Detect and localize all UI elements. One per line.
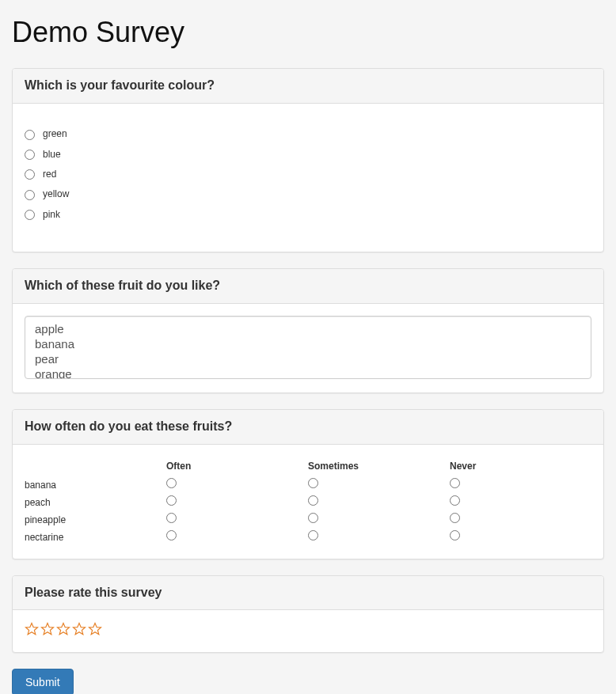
- matrix-cell: [450, 476, 591, 494]
- table-row: nectarine: [25, 529, 591, 546]
- matrix-radio-input[interactable]: [308, 530, 318, 540]
- radio-input[interactable]: [25, 150, 35, 160]
- matrix-cell: [450, 529, 591, 546]
- question-heading-2: Which of these fruit do you like?: [13, 269, 603, 304]
- matrix-radio-input[interactable]: [308, 513, 318, 523]
- svg-marker-3: [74, 624, 86, 635]
- star-icon[interactable]: [25, 622, 39, 640]
- radio-item: red: [25, 168, 591, 181]
- matrix-radio-input[interactable]: [166, 530, 177, 540]
- question-body-3: OftenSometimesNever bananapeachpineapple…: [13, 445, 603, 559]
- question-title-4: Please rate this survey: [25, 584, 591, 602]
- radio-input[interactable]: [25, 190, 35, 200]
- star-icon[interactable]: [40, 622, 55, 640]
- matrix-cell: [166, 494, 308, 511]
- matrix-radio-input[interactable]: [450, 495, 460, 506]
- svg-marker-2: [58, 624, 70, 635]
- question-body-2: applebananapearorangestrawberry: [13, 304, 603, 393]
- matrix-column-header: Often: [166, 457, 308, 476]
- matrix-radio-input[interactable]: [308, 495, 318, 506]
- table-row: peach: [25, 494, 591, 511]
- page-title: Demo Survey: [12, 12, 604, 52]
- matrix-radio-input[interactable]: [166, 513, 177, 523]
- radio-label: red: [43, 169, 56, 180]
- matrix-cell: [308, 511, 450, 529]
- question-title-2: Which of these fruit do you like?: [25, 277, 591, 295]
- svg-marker-1: [42, 624, 54, 635]
- question-body-1: greenblueredyellowpink: [13, 104, 603, 252]
- fruit-multiselect[interactable]: applebananapearorangestrawberry: [25, 316, 591, 379]
- matrix-radio-input[interactable]: [166, 495, 177, 506]
- radio-item: yellow: [25, 188, 591, 201]
- radio-label: blue: [43, 149, 61, 160]
- question-title-3: How often do you eat these fruits?: [25, 418, 591, 436]
- matrix-row-label: pineapple: [25, 511, 166, 529]
- matrix-header-empty: [25, 457, 166, 476]
- question-heading-1: Which is your favourite colour?: [13, 69, 603, 104]
- svg-marker-0: [26, 624, 38, 635]
- star-icon[interactable]: [72, 622, 86, 640]
- matrix-cell: [166, 529, 308, 546]
- matrix-row-label: banana: [25, 476, 166, 494]
- matrix-cell: [308, 529, 450, 546]
- question-heading-4: Please rate this survey: [13, 576, 603, 611]
- radio-label: pink: [43, 209, 60, 220]
- matrix-cell: [450, 494, 591, 511]
- matrix-radio-input[interactable]: [450, 530, 460, 540]
- matrix-cell: [166, 511, 308, 529]
- radio-input[interactable]: [25, 169, 35, 180]
- select-option[interactable]: orange: [35, 366, 581, 379]
- matrix-cell: [450, 511, 591, 529]
- radio-input[interactable]: [25, 210, 35, 220]
- question-title-1: Which is your favourite colour?: [25, 77, 591, 95]
- star-icon[interactable]: [56, 622, 70, 640]
- radio-item: pink: [25, 208, 591, 222]
- rating-stars: [25, 622, 591, 640]
- question-panel-4: Please rate this survey: [12, 575, 604, 654]
- matrix-cell: [166, 476, 308, 494]
- matrix-column-header: Never: [450, 457, 591, 476]
- matrix-row-label: peach: [25, 494, 166, 511]
- matrix-cell: [308, 476, 450, 494]
- matrix-radio-input[interactable]: [166, 478, 177, 488]
- svg-marker-4: [89, 624, 101, 635]
- matrix-column-header: Sometimes: [308, 457, 450, 476]
- radio-item: blue: [25, 148, 591, 161]
- question-body-4: [13, 610, 603, 652]
- question-panel-2: Which of these fruit do you like? appleb…: [12, 268, 604, 393]
- select-option[interactable]: banana: [35, 336, 581, 351]
- matrix-row-label: nectarine: [25, 529, 166, 546]
- question-panel-3: How often do you eat these fruits? Often…: [12, 409, 604, 559]
- question-panel-1: Which is your favourite colour? greenblu…: [12, 68, 604, 252]
- submit-button[interactable]: Submit: [12, 669, 74, 694]
- matrix-table: OftenSometimesNever bananapeachpineapple…: [25, 457, 591, 547]
- matrix-cell: [308, 494, 450, 511]
- matrix-radio-input[interactable]: [450, 478, 460, 488]
- select-option[interactable]: pear: [35, 351, 581, 366]
- select-option[interactable]: apple: [35, 321, 581, 336]
- star-icon[interactable]: [88, 622, 102, 640]
- radio-label: yellow: [43, 189, 69, 200]
- radio-item: green: [25, 127, 591, 141]
- matrix-radio-input[interactable]: [450, 513, 460, 523]
- question-heading-3: How often do you eat these fruits?: [13, 410, 603, 445]
- table-row: pineapple: [25, 511, 591, 529]
- radio-input[interactable]: [25, 130, 35, 140]
- radio-label: green: [43, 129, 67, 140]
- table-row: banana: [25, 476, 591, 494]
- matrix-radio-input[interactable]: [308, 478, 318, 488]
